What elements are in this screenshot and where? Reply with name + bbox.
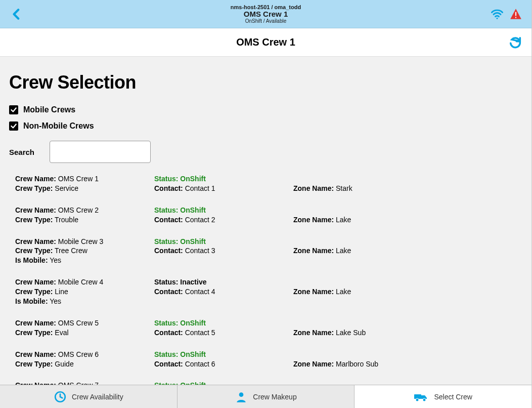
alert-icon[interactable]: [509, 8, 522, 23]
check-icon: [10, 123, 17, 130]
crew-item[interactable]: Crew Name: OMS Crew 2Crew Type: TroubleS…: [15, 206, 522, 225]
mobile-crews-checkbox[interactable]: [9, 105, 18, 114]
crew-availability-button[interactable]: Crew Availability: [0, 385, 178, 408]
refresh-icon: [508, 35, 522, 50]
content-area: Crew Selection Mobile Crews Non-Mobile C…: [0, 57, 531, 385]
bottom-bar: Crew Availability Crew Makeup Select Cre…: [0, 385, 531, 408]
sub-header: OMS Crew 1: [0, 28, 531, 57]
svg-rect-2: [515, 17, 516, 18]
crew-makeup-label: Crew Makeup: [253, 393, 296, 401]
page-title: Crew Selection: [9, 72, 522, 93]
crew-item[interactable]: Crew Name: OMS Crew 6Crew Type: GuideSta…: [15, 350, 522, 369]
crew-makeup-button[interactable]: Crew Makeup: [178, 385, 355, 408]
back-button[interactable]: [10, 5, 23, 25]
crew-item[interactable]: Crew Name: OMS Crew 7Crew Type: ServiceS…: [15, 381, 522, 385]
mobile-crews-checkbox-row[interactable]: Mobile Crews: [9, 105, 522, 114]
wifi-icon: [490, 7, 504, 23]
host-crew-name: OMS Crew 1: [231, 10, 301, 19]
chevron-left-icon: [10, 5, 23, 23]
refresh-button[interactable]: [508, 35, 522, 52]
clock-icon: [54, 390, 67, 403]
nonmobile-crews-checkbox[interactable]: [9, 121, 18, 131]
svg-point-4: [239, 392, 244, 397]
page-subtitle: OMS Crew 1: [236, 36, 295, 48]
search-label: Search: [9, 148, 34, 156]
select-crew-label: Select Crew: [434, 393, 472, 401]
svg-point-0: [496, 18, 498, 19]
mobile-crews-label: Mobile Crews: [23, 105, 75, 114]
crew-item[interactable]: Crew Name: Mobile Crew 4Crew Type: LineI…: [15, 277, 522, 306]
top-bar: nms-host-2501 / oma_todd OMS Crew 1 OnSh…: [0, 0, 531, 28]
crew-list: Crew Name: OMS Crew 1Crew Type: ServiceS…: [9, 174, 522, 385]
search-input[interactable]: [50, 141, 151, 163]
svg-rect-1: [515, 12, 516, 16]
nonmobile-crews-label: Non-Mobile Crews: [23, 121, 94, 131]
select-crew-button[interactable]: Select Crew: [354, 385, 531, 408]
crew-item[interactable]: Crew Name: Mobile Crew 3Crew Type: Tree …: [15, 237, 522, 266]
host-info: nms-host-2501 / oma_todd OMS Crew 1 OnSh…: [231, 4, 301, 24]
check-icon: [10, 106, 17, 113]
person-icon: [235, 390, 248, 403]
svg-point-6: [416, 398, 419, 401]
svg-point-7: [423, 398, 426, 401]
host-status-line: OnShift / Available: [231, 18, 301, 24]
crew-item[interactable]: Crew Name: OMS Crew 5Crew Type: EvalStat…: [15, 318, 522, 338]
host-line: nms-host-2501 / oma_todd: [231, 4, 301, 10]
crew-availability-label: Crew Availability: [72, 393, 123, 401]
truck-icon: [414, 391, 429, 402]
nonmobile-crews-checkbox-row[interactable]: Non-Mobile Crews: [9, 121, 522, 131]
crew-item[interactable]: Crew Name: OMS Crew 1Crew Type: ServiceS…: [15, 174, 522, 193]
